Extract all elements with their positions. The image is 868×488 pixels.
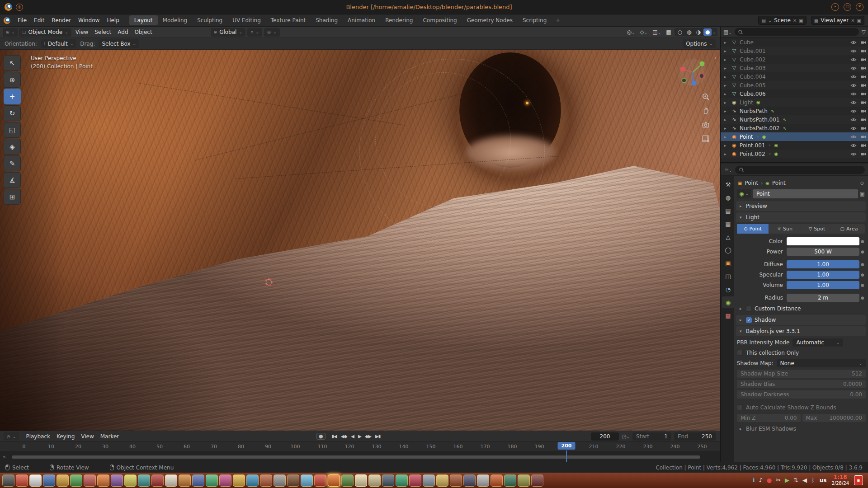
menubar-item[interactable]: Help: [103, 16, 123, 25]
frame-start-field[interactable]: Start 1: [632, 432, 671, 441]
expand-arrow-icon[interactable]: ▸: [724, 92, 729, 96]
expand-arrow-icon[interactable]: ▸: [724, 143, 729, 148]
snap-toggle[interactable]: ∩ ⌄: [247, 28, 262, 37]
jump-to-start-button[interactable]: ▮◀: [332, 434, 337, 439]
shadow-darkness-field[interactable]: Shadow Darkness 0.00: [737, 390, 866, 399]
menubar-item[interactable]: Edit: [30, 16, 48, 25]
auto-keying-button[interactable]: ●: [316, 433, 326, 440]
preview-panel-header[interactable]: ▸Preview: [736, 201, 866, 211]
light-type-button[interactable]: ⊙ Point: [737, 224, 769, 234]
outliner-search-input[interactable]: [735, 28, 859, 36]
scale-tool[interactable]: ◱: [4, 122, 21, 138]
taskbar-app-icon[interactable]: [274, 474, 286, 487]
shadow-panel-header[interactable]: ▸ ✓ Shadow: [736, 315, 866, 325]
new-scene-icon[interactable]: ▣: [799, 18, 803, 23]
view-layer-tab-icon[interactable]: ▦: [722, 218, 734, 230]
taskbar-app-icon[interactable]: [84, 474, 96, 487]
taskbar-app-icon[interactable]: [368, 474, 381, 487]
taskbar-app-icon[interactable]: [491, 474, 503, 487]
menubar-item[interactable]: Render: [48, 16, 75, 25]
taskbar-app-icon[interactable]: [504, 474, 516, 487]
viewlayer-selector[interactable]: ▦ ViewLayer ✕ ▣: [811, 16, 864, 25]
expand-arrow-icon[interactable]: ▸: [724, 57, 729, 62]
music-icon[interactable]: ♪: [759, 477, 762, 483]
disable-render-camera-icon[interactable]: [860, 125, 867, 131]
blur-esm-panel-header[interactable]: ▸Blur ESM Shadows: [736, 424, 866, 434]
outliner-item[interactable]: ▸ ▽ Cube.002: [721, 55, 868, 64]
object-data-tab-icon[interactable]: ◉: [722, 296, 734, 308]
outliner-item[interactable]: ▸ ▽ Cube: [721, 38, 868, 47]
diffuse-slider[interactable]: 1.00: [787, 260, 859, 268]
camera-view-icon[interactable]: [702, 121, 710, 129]
outliner-item[interactable]: ▸ ∿ NurbsPath ∿: [721, 107, 868, 115]
hide-viewport-eye-icon[interactable]: [850, 125, 857, 131]
taskbar-app-icon[interactable]: [450, 474, 462, 487]
gizmos-dropdown[interactable]: ◇⌄: [638, 28, 650, 36]
workspace-tab[interactable]: Layout: [129, 15, 158, 25]
proportional-editing-toggle[interactable]: ◎ ⌄: [264, 28, 279, 37]
jump-to-end-button[interactable]: ▶▮: [375, 434, 380, 439]
viewport-menu-item[interactable]: Select: [91, 28, 114, 36]
playback-sync-icon[interactable]: ◷⌄: [622, 433, 630, 440]
drag-dropdown[interactable]: Select Box ⌄: [99, 39, 139, 48]
new-viewlayer-icon[interactable]: ▣: [857, 18, 861, 23]
properties-search-input[interactable]: [735, 166, 865, 174]
taskbar-app-icon[interactable]: [477, 474, 489, 487]
hide-viewport-eye-icon[interactable]: [850, 82, 857, 89]
hide-viewport-eye-icon[interactable]: [850, 108, 857, 114]
filter-icon[interactable]: ▽: [862, 29, 866, 35]
overlays-dropdown[interactable]: ◫⌄: [651, 28, 663, 36]
record-icon[interactable]: ●: [767, 477, 772, 483]
expand-arrow-icon[interactable]: ▸: [724, 152, 729, 156]
outliner-item[interactable]: ▸ ◉ Point.002 ◦ ◉: [721, 150, 868, 158]
menubar-item[interactable]: File: [14, 16, 30, 25]
orientation-dropdown[interactable]: ⤓ Default ⌄: [41, 39, 76, 48]
play-button[interactable]: ▶: [358, 434, 361, 439]
workspace-tab[interactable]: Modeling: [158, 15, 193, 25]
taskbar-app-icon[interactable]: [260, 474, 272, 487]
properties-editor-type-icon[interactable]: ≡⌄: [724, 167, 732, 173]
workspace-tab[interactable]: Animation: [343, 15, 380, 25]
taskbar-app-icon[interactable]: [233, 474, 245, 487]
editor-type-selector[interactable]: ⊞ ⌄: [3, 28, 18, 37]
cursor-tool[interactable]: ⊕: [4, 72, 21, 88]
taskbar-app-icon[interactable]: [43, 474, 55, 487]
zoom-icon[interactable]: [702, 93, 710, 101]
taskbar-app-icon[interactable]: [463, 474, 476, 487]
expand-arrow-icon[interactable]: ▸: [724, 109, 729, 113]
disable-render-camera-icon[interactable]: [860, 48, 867, 54]
current-frame-field[interactable]: 200: [591, 432, 619, 441]
add-workspace-button[interactable]: +: [552, 15, 564, 25]
workspace-tab[interactable]: Shading: [311, 15, 343, 25]
hide-viewport-eye-icon[interactable]: [850, 117, 857, 123]
workspace-tab[interactable]: UV Editing: [227, 15, 266, 25]
info-icon[interactable]: ℹ: [753, 477, 755, 483]
volume-icon[interactable]: ◀: [802, 477, 807, 483]
timeline-menu-item[interactable]: View: [78, 432, 97, 441]
taskbar-app-icon[interactable]: [409, 474, 421, 487]
timeline-scrollbar[interactable]: [12, 455, 700, 459]
outliner-editor-type-icon[interactable]: ▤⌄: [723, 29, 732, 35]
outliner-item[interactable]: ▸ ◉ Point.001 ◦ ◉: [721, 141, 868, 150]
hide-viewport-eye-icon[interactable]: [850, 99, 857, 106]
cut-icon[interactable]: ✂: [776, 477, 781, 483]
timeline-editor-type-selector[interactable]: ◷ ⌄: [4, 432, 19, 441]
hide-viewport-eye-icon[interactable]: [850, 39, 857, 46]
taskbar-app-icon[interactable]: [111, 474, 123, 487]
animate-dot[interactable]: ●: [859, 296, 866, 300]
unlink-scene-icon[interactable]: ✕: [793, 18, 797, 23]
outliner-item[interactable]: ▸ ▽ Cube.003: [721, 64, 868, 72]
disable-render-camera-icon[interactable]: [860, 74, 867, 80]
max-z-field[interactable]: Max 1000000.00: [802, 414, 866, 422]
disable-render-camera-icon[interactable]: [860, 108, 867, 114]
light-type-button[interactable]: ▢ Area: [833, 224, 865, 234]
frame-end-field[interactable]: End 250: [674, 432, 716, 441]
expand-arrow-icon[interactable]: ▸: [724, 40, 729, 45]
auto-calc-checkbox[interactable]: [737, 404, 743, 410]
timeline-menu-item[interactable]: Playback: [23, 432, 53, 441]
viewlayer-browse-icon[interactable]: ▦: [814, 18, 818, 23]
3d-viewport[interactable]: User Perspective (200) Collection | Poin…: [0, 50, 720, 431]
custom-distance-panel-header[interactable]: ▸ Custom Distance: [736, 304, 866, 314]
disable-render-camera-icon[interactable]: [860, 65, 867, 71]
light-color-swatch[interactable]: [787, 237, 859, 245]
